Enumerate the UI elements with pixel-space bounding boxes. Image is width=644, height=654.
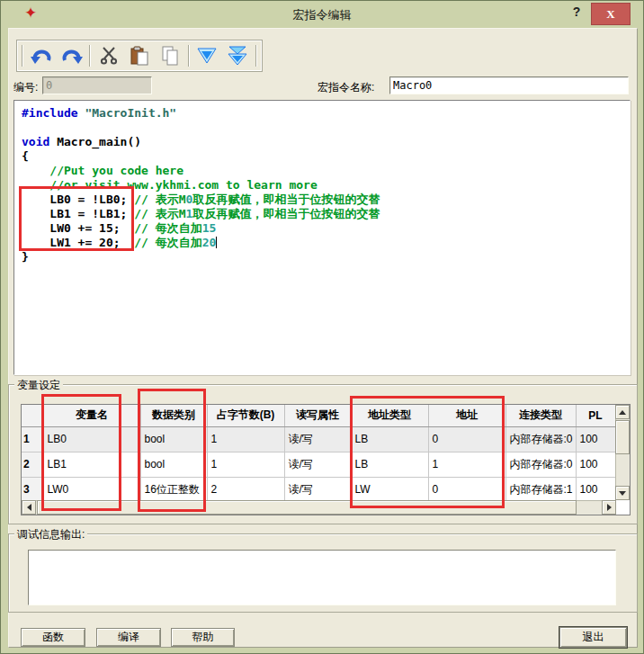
text-caret xyxy=(216,237,217,248)
macro-name-label: 宏指令名称: xyxy=(318,80,374,95)
debug-output-area[interactable] xyxy=(28,550,616,605)
scroll-left-button[interactable] xyxy=(22,500,36,515)
compile-all-icon[interactable] xyxy=(225,44,250,67)
annotation-box-datatype-column xyxy=(138,389,206,512)
code-segment: "MacroInit.h" xyxy=(85,106,176,120)
title-bar[interactable]: ✦ 宏指令编辑 ? X xyxy=(1,1,643,26)
annotation-box-code xyxy=(19,186,134,251)
toolbar xyxy=(17,40,262,71)
code-line: void Macro_main() xyxy=(22,135,630,149)
table-cell[interactable]: 100 xyxy=(576,452,615,477)
column-header: 连接类型 xyxy=(505,405,576,426)
code-line: #include "MacroInit.h" xyxy=(22,106,630,121)
cut-icon[interactable] xyxy=(96,44,121,67)
table-cell[interactable]: 内部存储器:0 xyxy=(505,426,576,452)
code-segment: 取反再赋值，即相当于位按钮的交替 xyxy=(192,207,380,220)
exit-button[interactable]: 退出 xyxy=(559,627,627,648)
code-line: //Put you code here xyxy=(22,164,630,178)
table-cell[interactable]: 1 xyxy=(207,452,284,477)
row-number-cell: 3 xyxy=(22,477,43,502)
copy-icon[interactable] xyxy=(157,44,183,67)
help-button[interactable]: 帮助 xyxy=(171,628,235,647)
code-segment: // 表示M xyxy=(134,207,185,220)
close-button[interactable]: X xyxy=(591,3,631,25)
scroll-right-button[interactable] xyxy=(602,500,616,515)
debug-group-label: 调试信息输出: xyxy=(14,527,87,542)
paste-icon[interactable] xyxy=(127,44,152,67)
code-segment: Macro_main() xyxy=(49,135,141,148)
table-cell[interactable]: 读/写 xyxy=(284,452,351,477)
macro-id-label: 编号: xyxy=(13,80,38,95)
table-cell[interactable]: 100 xyxy=(576,477,615,502)
compile-icon[interactable] xyxy=(195,44,220,67)
code-segment: } xyxy=(22,250,29,264)
function-button[interactable]: 函数 xyxy=(21,628,85,647)
macro-editor-window: ✦ 宏指令编辑 ? X xyxy=(0,0,644,654)
annotation-box-varname-column xyxy=(41,394,121,511)
table-cell[interactable]: 读/写 xyxy=(284,426,351,452)
code-segment: //Put you code here xyxy=(22,164,183,177)
undo-icon[interactable] xyxy=(29,44,54,67)
code-segment: 取反再赋值，即相当于位按钮的交替 xyxy=(192,193,380,206)
code-segment: #include xyxy=(22,106,78,120)
code-segment: 20 xyxy=(202,236,217,249)
code-segment: { xyxy=(22,149,29,163)
table-cell[interactable]: 2 xyxy=(207,477,284,502)
macro-name-input[interactable] xyxy=(389,76,629,94)
redo-icon[interactable] xyxy=(59,44,85,67)
table-cell[interactable]: 1 xyxy=(207,426,284,452)
window-title: 宏指令编辑 xyxy=(1,7,643,23)
table-cell[interactable]: 内部存储器:0 xyxy=(505,452,576,477)
compile-button[interactable]: 编译 xyxy=(96,628,161,647)
vertical-scroll-thumb[interactable] xyxy=(615,420,630,454)
scroll-up-button[interactable] xyxy=(615,405,630,419)
code-segment: // 每次自加 xyxy=(134,221,201,235)
table-cell[interactable]: 内部存储器:1 xyxy=(505,477,576,502)
toolbar-separator xyxy=(22,45,23,67)
annotation-box-address-columns xyxy=(350,396,505,508)
vertical-scrollbar[interactable] xyxy=(615,405,630,500)
code-line xyxy=(22,121,630,135)
code-segment: 15 xyxy=(202,221,217,235)
toolbar-separator xyxy=(89,45,91,67)
code-line: { xyxy=(22,149,630,164)
table-cell[interactable]: 读/写 xyxy=(284,477,351,502)
column-header: 读写属性 xyxy=(284,405,351,426)
column-header: PL xyxy=(576,405,615,426)
variables-group-label: 变量设定 xyxy=(14,378,63,393)
column-header: 占字节数(B) xyxy=(207,405,284,426)
help-icon[interactable]: ? xyxy=(568,4,586,22)
code-segment: // 表示M xyxy=(134,193,185,206)
row-number-cell: 2 xyxy=(22,452,43,477)
scroll-down-button[interactable] xyxy=(615,486,630,500)
code-line: } xyxy=(22,250,630,264)
macro-id-field xyxy=(42,76,152,94)
column-header xyxy=(22,405,43,426)
toolbar-separator xyxy=(255,45,257,67)
row-number-cell: 1 xyxy=(22,426,43,452)
table-cell[interactable]: 100 xyxy=(576,426,615,452)
code-segment: // 每次自加 xyxy=(134,236,201,249)
code-segment: void xyxy=(22,135,49,148)
toolbar-separator xyxy=(188,45,190,67)
